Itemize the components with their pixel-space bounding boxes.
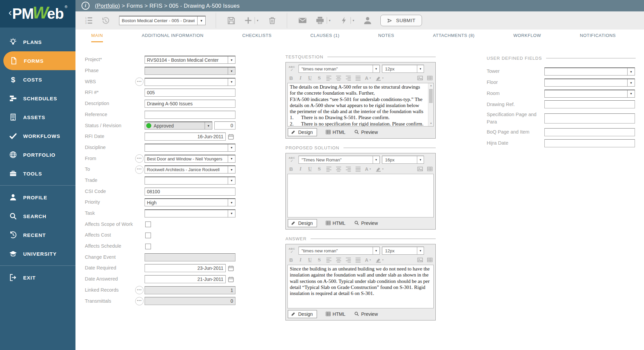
print-button[interactable]: ▼ <box>315 16 331 25</box>
task-select[interactable]: ▼ <box>145 209 235 217</box>
to-select[interactable]: Rockwell Architects - Janice Rockwell ▼ <box>145 165 235 173</box>
highlight-color-button[interactable]: ▼ <box>375 257 384 263</box>
strikethrough-icon[interactable]: S <box>317 75 322 81</box>
chevron-down-icon[interactable]: ▼ <box>328 19 331 22</box>
align-left-icon[interactable] <box>326 257 332 263</box>
record-history-icon[interactable] <box>101 16 110 25</box>
list-view-icon[interactable]: 123 <box>84 16 94 25</box>
room-select[interactable]: ▼ <box>544 90 635 98</box>
insert-image-icon[interactable] <box>417 75 423 81</box>
scrollbar-thumb[interactable] <box>429 89 433 103</box>
sidebar-item-assets[interactable]: ASSETS <box>0 108 75 127</box>
transmittals-button[interactable]: ••• <box>135 297 144 305</box>
font-family-select[interactable]: "times new roman" ▼ <box>299 65 380 73</box>
pmweb-logo[interactable]: ‹ PM W eb ® <box>0 0 75 28</box>
priority-select[interactable]: High ▼ <box>145 198 235 206</box>
affects-scope-checkbox[interactable] <box>145 221 151 227</box>
chevron-down-icon[interactable]: ▼ <box>228 79 235 86</box>
trade-select[interactable]: ▼ <box>145 177 235 185</box>
wbs-select[interactable]: ▼ <box>145 78 235 86</box>
date-answered-input[interactable]: 21-Jun-2011 <box>145 275 226 283</box>
answer-textarea[interactable]: Since the building is an unheated buildi… <box>287 265 434 308</box>
design-view-button[interactable]: Design <box>288 128 317 136</box>
chevron-down-icon[interactable]: ▼ <box>627 79 635 86</box>
tab-notifications[interactable]: NOTIFICATIONS <box>580 30 616 42</box>
chevron-down-icon[interactable]: ▼ <box>627 90 635 97</box>
calendar-icon[interactable] <box>228 276 234 283</box>
align-right-icon[interactable] <box>345 257 351 263</box>
affects-cost-checkbox[interactable] <box>145 233 151 238</box>
font-size-select[interactable]: 16px ▼ <box>382 156 424 164</box>
sidebar-item-tools[interactable]: TOOLS <box>0 164 75 183</box>
underline-icon[interactable]: U <box>307 166 313 172</box>
font-size-select[interactable]: 12px ▼ <box>382 65 424 73</box>
align-center-icon[interactable] <box>336 257 341 263</box>
spec-page-input[interactable] <box>544 113 635 123</box>
rfi-number-input[interactable]: 005 <box>145 89 235 97</box>
insert-table-icon[interactable] <box>427 166 433 172</box>
revision-input[interactable]: 0 <box>214 121 235 130</box>
align-justify-icon[interactable] <box>355 166 361 172</box>
insert-image-icon[interactable] <box>417 166 423 172</box>
preview-button[interactable]: Preview <box>354 130 378 135</box>
reference-input[interactable] <box>145 111 235 119</box>
align-left-icon[interactable] <box>326 75 332 81</box>
from-lookup-button[interactable]: ••• <box>135 154 144 163</box>
underline-icon[interactable]: U <box>307 75 313 81</box>
chevron-down-icon[interactable]: ▼ <box>256 19 259 22</box>
strikethrough-icon[interactable]: S <box>317 257 322 263</box>
preview-button[interactable]: Preview <box>354 311 378 317</box>
status-select[interactable]: Approved ▼ <box>145 121 212 130</box>
chevron-down-icon[interactable]: ▼ <box>228 210 235 217</box>
sidebar-item-search[interactable]: SEARCH <box>0 207 75 226</box>
bold-icon[interactable]: B <box>288 166 294 172</box>
align-center-icon[interactable] <box>336 75 341 81</box>
spellcheck-icon[interactable]: ABC✓ <box>287 248 296 254</box>
sidebar-item-recent[interactable]: RECENT <box>0 226 75 244</box>
email-icon[interactable] <box>298 16 307 25</box>
insert-table-icon[interactable] <box>427 75 433 81</box>
align-left-icon[interactable] <box>326 166 332 172</box>
font-color-button[interactable]: A▼ <box>365 166 371 172</box>
chevron-down-icon[interactable]: ▼ <box>205 122 212 129</box>
font-family-select[interactable]: "times new roman" ▼ <box>299 247 380 255</box>
bold-icon[interactable]: B <box>288 257 294 263</box>
record-selector-dropdown[interactable]: Boston Medical Center - 005 - Drawi ▼ <box>119 16 206 25</box>
chevron-down-icon[interactable]: ▼ <box>228 199 235 206</box>
chevron-down-icon[interactable]: ▼ <box>228 177 235 184</box>
tab-additional-information[interactable]: ADDITIONAL INFORMATION <box>142 30 203 42</box>
align-right-icon[interactable] <box>345 75 351 81</box>
insert-table-icon[interactable] <box>427 257 433 263</box>
html-view-button[interactable]: HTML <box>326 130 345 135</box>
sidebar-item-schedules[interactable]: SCHEDULES <box>0 89 75 108</box>
sidebar-item-costs[interactable]: $ COSTS <box>0 70 75 89</box>
user-icon[interactable] <box>363 16 372 25</box>
calendar-icon[interactable] <box>228 265 234 271</box>
tab-clauses[interactable]: CLAUSES (1) <box>310 30 339 42</box>
chevron-down-icon[interactable]: ▼ <box>352 19 355 22</box>
scroll-up-icon[interactable]: ▲ <box>428 83 434 88</box>
csi-code-input[interactable]: 08100 <box>145 188 235 196</box>
sidebar-item-portfolio[interactable]: PORTFOLIO <box>0 145 75 164</box>
project-select[interactable]: RVS0104 - Boston Medical Center ▼ <box>145 56 235 64</box>
workflow-actions-button[interactable]: ▼ <box>340 16 355 25</box>
tab-main[interactable]: MAIN <box>91 30 103 42</box>
tab-checklists[interactable]: CHECKLISTS <box>242 30 272 42</box>
info-icon[interactable]: i <box>82 2 90 10</box>
hijra-date-input[interactable] <box>544 139 635 147</box>
to-lookup-button[interactable]: ••• <box>135 165 144 174</box>
chevron-down-icon[interactable]: ▼ <box>627 68 635 75</box>
sidebar-item-forms[interactable]: FORMS <box>3 51 75 70</box>
sidebar-item-workflows[interactable]: WORKFLOWS <box>0 127 75 145</box>
calendar-icon[interactable] <box>228 134 234 140</box>
linked-records-button[interactable]: ••• <box>135 286 144 294</box>
font-color-button[interactable]: A▼ <box>365 76 371 81</box>
font-color-button[interactable]: A▼ <box>365 257 371 263</box>
sidebar-item-exit[interactable]: EXIT <box>0 268 75 287</box>
underline-icon[interactable]: U <box>307 257 313 263</box>
chevron-down-icon[interactable]: ▼ <box>228 155 235 162</box>
design-view-button[interactable]: Design <box>288 310 317 318</box>
chevron-down-icon[interactable]: ▼ <box>417 156 424 163</box>
sidebar-item-plans[interactable]: PLANS <box>0 33 75 51</box>
affects-schedule-checkbox[interactable] <box>145 244 151 249</box>
